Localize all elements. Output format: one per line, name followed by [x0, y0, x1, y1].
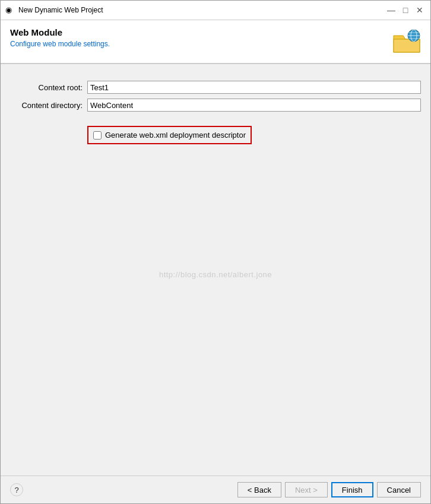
- content-directory-label: Content directory:: [10, 101, 87, 110]
- cancel-button[interactable]: Cancel: [377, 482, 421, 497]
- help-button[interactable]: ?: [10, 483, 23, 496]
- web-module-icon: [392, 27, 421, 56]
- back-button[interactable]: < Back: [237, 482, 281, 497]
- close-button[interactable]: ✕: [414, 4, 426, 16]
- minimize-button[interactable]: —: [385, 4, 397, 16]
- watermark: http://blog.csdn.net/albert.jone: [10, 270, 421, 279]
- page-subtitle: Configure web module settings.: [10, 40, 110, 48]
- form-section: Context root: Content directory: Generat…: [10, 74, 421, 151]
- context-root-row: Context root:: [10, 81, 421, 94]
- dialog-title: New Dynamic Web Project: [18, 6, 382, 14]
- dialog-window: ◉ New Dynamic Web Project — □ ✕ Web Modu…: [0, 0, 431, 504]
- finish-button[interactable]: Finish: [331, 482, 373, 497]
- footer-left: ?: [10, 483, 23, 496]
- footer: ? < Back Next > Finish Cancel: [1, 476, 430, 503]
- app-icon: ◉: [5, 5, 15, 15]
- generate-xml-checkbox-container: Generate web.xml deployment descriptor: [87, 126, 252, 144]
- context-root-label: Context root:: [10, 83, 87, 92]
- content-directory-row: Content directory:: [10, 99, 421, 112]
- header-section: Web Module Configure web module settings…: [1, 20, 430, 64]
- context-root-input[interactable]: [87, 81, 421, 94]
- generate-xml-checkbox[interactable]: [93, 131, 102, 140]
- main-content: Context root: Content directory: Generat…: [1, 64, 430, 476]
- window-controls: — □ ✕: [385, 4, 426, 16]
- title-bar: ◉ New Dynamic Web Project — □ ✕: [1, 1, 430, 20]
- page-title: Web Module: [10, 27, 110, 37]
- generate-xml-label: Generate web.xml deployment descriptor: [105, 131, 246, 140]
- footer-buttons: < Back Next > Finish Cancel: [237, 482, 421, 497]
- content-directory-input[interactable]: [87, 99, 421, 112]
- next-button[interactable]: Next >: [285, 482, 328, 497]
- maximize-button[interactable]: □: [400, 4, 411, 16]
- header-text: Web Module Configure web module settings…: [10, 27, 110, 48]
